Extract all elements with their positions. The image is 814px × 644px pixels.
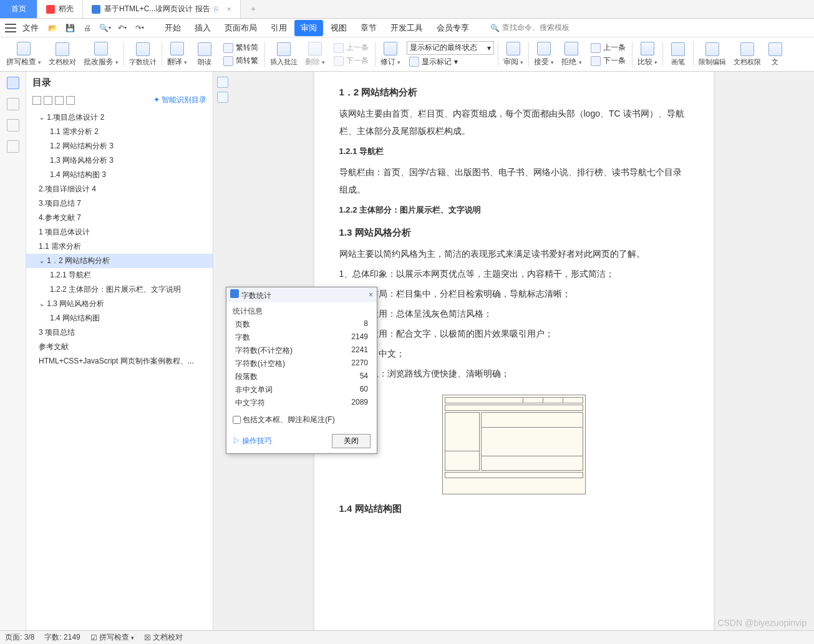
toc-item[interactable]: 1.4 网站结构图 3 [26, 168, 213, 182]
menu-start[interactable]: 开始 [158, 20, 187, 36]
next-comment-button[interactable]: 下一条 [331, 55, 371, 67]
doc-permission-button[interactable]: 文档权限 [730, 41, 765, 68]
tips-link[interactable]: ▷ 操作技巧 [233, 436, 272, 446]
toc-item[interactable]: ⌄ 1.3 网站风格分析 [26, 297, 213, 311]
doc-proof-button[interactable]: 文档校对 [45, 41, 80, 68]
tab-document[interactable]: 基于HTML+C...读网页设计 报告 ⎘ × [83, 0, 241, 18]
menu-layout[interactable]: 页面布局 [218, 20, 263, 36]
translate-button[interactable]: 翻译 ▾ [163, 41, 191, 69]
toc-item[interactable]: 1.1 需求分析 2 [26, 125, 213, 139]
batch-service-button[interactable]: 批改服务 ▾ [80, 41, 122, 69]
body-text: 4、图片运用：配合文字，以极简的图片效果吸引用户； [339, 325, 689, 342]
toc-item[interactable]: 4.参考文献 7 [26, 211, 213, 225]
redo-icon[interactable]: ↷▾ [132, 21, 147, 36]
rail-search-icon[interactable] [7, 140, 19, 153]
toc-item[interactable]: 参考文献 [26, 340, 213, 354]
new-tab-button[interactable]: ＋ [241, 0, 266, 18]
rail-ribbon-icon[interactable] [7, 119, 19, 132]
command-search[interactable]: 🔍查找命令、搜索模板 [490, 22, 569, 33]
toc-expand-icon[interactable] [44, 96, 52, 105]
file-menu[interactable]: 文件 [22, 22, 39, 34]
heading-1-2: 1．2 网站结构分析 [339, 87, 689, 99]
status-spell[interactable]: ☑ 拼写检查 ▾ [90, 632, 134, 643]
print-icon[interactable]: 🖨 [80, 21, 95, 36]
toc-add-icon[interactable] [55, 96, 64, 105]
next-change-button[interactable]: 下一条 [588, 55, 628, 67]
toc-item[interactable]: 1 项目总体设计 [26, 225, 213, 239]
page-tool-icon[interactable] [217, 92, 228, 103]
show-markup-button[interactable]: 显示标记 ▾ [407, 56, 494, 68]
status-wordcount[interactable]: 字数: 2149 [44, 632, 80, 643]
menu-chapter[interactable]: 章节 [354, 20, 383, 36]
toc-item[interactable]: 3.项目总结 7 [26, 196, 213, 211]
open-icon[interactable]: 📂 [45, 21, 60, 36]
prev-change-button[interactable]: 上一条 [588, 42, 628, 54]
menu-member[interactable]: 会员专享 [430, 20, 475, 36]
toc-collapse-all-icon[interactable] [32, 96, 41, 105]
review-pane-button[interactable]: 审阅 ▾ [500, 41, 527, 69]
toc-remove-icon[interactable] [66, 96, 75, 105]
dialog-titlebar[interactable]: 字数统计 × [226, 287, 377, 302]
body-text: 5、语言：中文； [339, 345, 689, 362]
delete-comment-button[interactable]: 删除 ▾ [301, 41, 329, 69]
rail-outline-icon[interactable] [7, 77, 19, 89]
toc-item[interactable]: 1.2.1 导航栏 [26, 268, 213, 282]
menu-ref[interactable]: 引用 [264, 20, 293, 36]
toc-item[interactable]: 1.3 网络风格分析 3 [26, 153, 213, 168]
status-proof[interactable]: ☒ 文档校对 [144, 632, 183, 643]
word-icon [230, 289, 239, 298]
shell-icon [46, 5, 55, 14]
rail-bookmark-icon[interactable] [7, 98, 19, 110]
word-count-button[interactable]: 字数统计 [125, 41, 160, 68]
toc-item[interactable]: 1.2 网站结构分析 3 [26, 139, 213, 153]
page-nav-icon[interactable] [217, 77, 228, 88]
watermark: CSDN @biyezuopinvip [717, 618, 807, 628]
simp-to-trad-button[interactable]: 简转繁 [221, 55, 261, 67]
toc-item[interactable]: 1.2.2 主体部分：图片展示栏、文字说明 [26, 282, 213, 297]
tab-home[interactable]: 首页 [0, 0, 37, 18]
reject-button[interactable]: 拒绝 ▾ [558, 41, 585, 69]
smart-toc-button[interactable]: ✦ 智能识别目录 [153, 95, 206, 105]
toc-item[interactable]: 1.4 网站结构图 [26, 311, 213, 325]
stat-row: 字符数(不计空格)2241 [226, 344, 377, 357]
prev-comment-button[interactable]: 上一条 [331, 42, 371, 54]
accept-button[interactable]: 接受 ▾ [530, 41, 558, 69]
close-button[interactable]: 关闭 [332, 434, 371, 448]
compare-button[interactable]: 比较 ▾ [634, 41, 661, 69]
heading-1-3: 1.3 网站风格分析 [339, 227, 689, 239]
toc-item[interactable]: 1.1 需求分析 [26, 239, 213, 254]
save-icon[interactable]: 💾 [62, 21, 77, 36]
ink-button[interactable]: 画笔 [664, 41, 692, 68]
menu-review[interactable]: 审阅 [294, 20, 323, 36]
tab-sync-icon[interactable]: ⎘ [214, 5, 218, 14]
status-page[interactable]: 页面: 3/8 [5, 632, 34, 643]
toc-item[interactable]: HTML+CSS+JavaScript 网页制作案例教程、... [26, 354, 213, 368]
toc-pane: 目录 ✦ 智能识别目录 ⌄ 1.项目总体设计 21.1 需求分析 21.2 网站… [26, 72, 213, 630]
track-changes-button[interactable]: 修订 ▾ [377, 41, 404, 69]
toc-item[interactable]: 3 项目总结 [26, 325, 213, 340]
restrict-edit-button[interactable]: 限制编辑 [695, 41, 730, 68]
toc-item[interactable]: 2.项目详细设计 4 [26, 182, 213, 196]
tab-shell[interactable]: 稻壳 [37, 0, 83, 18]
preview-icon[interactable]: 🔍▾ [97, 21, 112, 36]
heading-1-4: 1.4 网站结构图 [339, 503, 689, 515]
toc-item[interactable]: ⌄ 1.项目总体设计 2 [26, 110, 213, 125]
toc-item[interactable]: ⌄ 1．2 网站结构分析 [26, 254, 213, 268]
menu-insert[interactable]: 插入 [188, 20, 217, 36]
body-text: 2、版式布局：栏目集中，分栏目检索明确，导航标志清晰； [339, 285, 689, 302]
markup-display-select[interactable]: 显示标记的最终状态▾ [407, 41, 494, 55]
stat-row: 字符数(计空格)2270 [226, 357, 377, 370]
insert-comment-button[interactable]: 插入批注 [266, 41, 301, 68]
undo-icon[interactable]: ↶▾ [115, 21, 130, 36]
spell-check-button[interactable]: 拼写检查 ▾ [2, 41, 45, 69]
hamburger-icon[interactable] [5, 24, 16, 32]
read-aloud-button[interactable]: 朗读 [191, 41, 218, 68]
trad-to-simp-button[interactable]: 繁转简 [221, 42, 261, 54]
menu-view[interactable]: 视图 [324, 20, 353, 36]
close-icon[interactable]: × [227, 5, 231, 14]
close-icon[interactable]: × [369, 291, 373, 299]
include-footnotes-checkbox[interactable]: 包括文本框、脚注和尾注(F) [233, 415, 335, 424]
menu-dev[interactable]: 开发工具 [384, 20, 429, 36]
doc-more-button[interactable]: 文 [765, 41, 786, 68]
stat-row: 非中文单词60 [226, 383, 377, 396]
